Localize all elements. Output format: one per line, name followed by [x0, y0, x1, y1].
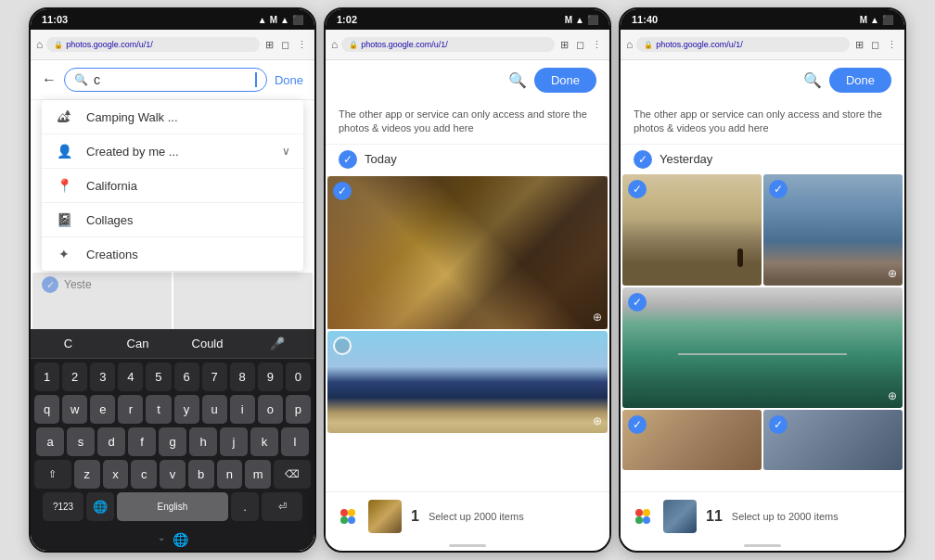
menu-icon[interactable]: ⋮ [295, 37, 309, 53]
key-space[interactable]: English [117, 492, 228, 521]
food-photo-container[interactable]: ✓ ⊕ [327, 176, 608, 329]
suggestion-could[interactable]: Could [173, 333, 241, 354]
kb-row-qwerty: q w e r t y u i o p [34, 395, 311, 424]
menu-icon-2[interactable]: ⋮ [590, 37, 604, 53]
key-e[interactable]: e [90, 395, 115, 424]
selection-label-3: Select up to 2000 items [732, 511, 893, 522]
city-photo-container[interactable]: ⊕ [327, 331, 608, 433]
key-t[interactable]: t [146, 395, 171, 424]
tabs-icon-3[interactable]: ◻ [869, 37, 881, 53]
key-n[interactable]: n [217, 460, 243, 489]
tabs-icon[interactable]: ◻ [279, 37, 291, 53]
key-9[interactable]: 9 [258, 363, 283, 391]
key-h[interactable]: h [189, 427, 217, 456]
beach2-check: ✓ [769, 180, 788, 198]
dropdown-item-california[interactable]: 📍 California [42, 169, 303, 203]
partial-photo-1[interactable]: ✓ [622, 410, 762, 470]
key-d[interactable]: d [97, 427, 125, 456]
translate-icon-2[interactable]: ⊞ [558, 37, 570, 53]
key-f[interactable]: f [128, 427, 156, 456]
search-dropdown: 🏕 Camping Walk ... 👤 Created by me ... ∨… [42, 100, 303, 271]
key-q[interactable]: q [34, 395, 59, 424]
key-4[interactable]: 4 [118, 363, 143, 391]
dropdown-item-creations[interactable]: ✦ Creations [42, 237, 303, 271]
key-x[interactable]: x [103, 460, 129, 489]
address-bar-1[interactable]: 🔒 photos.google.com/u/1/ [46, 37, 260, 52]
key-u[interactable]: u [202, 395, 227, 424]
phones-container: 11:03 ▲ M ▲ ⬛ ⌂ 🔒 photos.google.com/u/1/… [21, 0, 914, 560]
beach-photo-2[interactable]: ✓ ⊕ [763, 174, 903, 286]
key-0[interactable]: 0 [286, 363, 311, 391]
translate-icon-3[interactable]: ⊞ [853, 37, 865, 53]
section-title-3: Yesterday [660, 152, 712, 166]
back-button[interactable]: ← [42, 71, 57, 88]
address-bar-3[interactable]: 🔒 photos.google.com/u/1/ [636, 37, 850, 52]
key-w[interactable]: w [62, 395, 87, 424]
key-shift[interactable]: ⇧ [34, 460, 71, 489]
suggestion-c[interactable]: C [34, 333, 102, 354]
keyboard-hide-icon[interactable]: ⌄ [158, 532, 165, 547]
key-period[interactable]: . [231, 492, 259, 521]
tabs-icon-2[interactable]: ◻ [574, 37, 586, 53]
done-button-2[interactable]: Done [534, 68, 596, 93]
battery-icon-2: ⬛ [587, 15, 598, 25]
key-3[interactable]: 3 [90, 363, 115, 391]
battery-icon: ⬛ [292, 15, 303, 25]
home-icon[interactable]: ⌂ [36, 38, 43, 51]
key-c[interactable]: c [131, 460, 157, 489]
key-v[interactable]: v [160, 460, 186, 489]
key-j[interactable]: j [220, 427, 248, 456]
keyboard: C Can Could 🎤 1 2 3 4 5 6 7 8 9 [31, 329, 314, 551]
key-enter[interactable]: ⏎ [262, 492, 302, 521]
search-icon-2[interactable]: 🔍 [508, 71, 527, 89]
key-o[interactable]: o [258, 395, 283, 424]
menu-icon-3[interactable]: ⋮ [885, 37, 899, 53]
beach-photo-1[interactable]: ✓ [622, 174, 762, 286]
nav-handle-bar-2 [449, 544, 486, 547]
home-icon-3[interactable]: ⌂ [626, 38, 633, 51]
key-z[interactable]: z [74, 460, 100, 489]
search-icon-3[interactable]: 🔍 [803, 71, 822, 89]
key-i[interactable]: i [230, 395, 255, 424]
key-g[interactable]: g [159, 427, 186, 456]
key-s[interactable]: s [67, 427, 95, 456]
home-icon-2[interactable]: ⌂ [331, 38, 338, 51]
svg-point-2 [340, 516, 348, 524]
key-globe[interactable]: 🌐 [86, 492, 114, 521]
suggestion-can[interactable]: Can [104, 333, 172, 354]
key-6[interactable]: 6 [174, 363, 199, 391]
key-p[interactable]: p [286, 395, 311, 424]
collages-label: Collages [86, 213, 290, 227]
dropdown-item-created[interactable]: 👤 Created by me ... ∨ [42, 134, 303, 169]
keyboard-earth-icon[interactable]: 🌐 [173, 532, 188, 547]
key-symbols[interactable]: ?123 [43, 492, 83, 521]
key-2[interactable]: 2 [62, 363, 87, 391]
key-8[interactable]: 8 [230, 363, 255, 391]
key-backspace[interactable]: ⌫ [274, 460, 311, 489]
ocean-zoom: ⊕ [888, 389, 897, 402]
battery-icon-3: ⬛ [882, 15, 893, 25]
done-button-3[interactable]: Done [829, 68, 891, 93]
key-r[interactable]: r [118, 395, 143, 424]
dropdown-item-collages[interactable]: 📓 Collages [42, 203, 303, 237]
key-m[interactable]: m [245, 460, 271, 489]
created-icon: 👤 [55, 144, 73, 159]
key-a[interactable]: a [36, 427, 64, 456]
search-box[interactable]: 🔍 c [64, 68, 267, 92]
mic-icon[interactable]: 🎤 [243, 333, 311, 354]
key-5[interactable]: 5 [146, 363, 171, 391]
key-7[interactable]: 7 [202, 363, 227, 391]
wifi-icon-2: ▲ [575, 15, 584, 25]
key-y[interactable]: y [174, 395, 199, 424]
partial-photo-2[interactable]: ✓ [763, 410, 903, 470]
key-l[interactable]: l [281, 427, 309, 456]
address-bar-2[interactable]: 🔒 photos.google.com/u/1/ [341, 37, 555, 52]
key-1[interactable]: 1 [34, 363, 59, 391]
translate-icon[interactable]: ⊞ [263, 37, 275, 53]
key-b[interactable]: b [188, 460, 214, 489]
ocean-photo[interactable]: ✓ ⊕ [622, 287, 903, 408]
dropdown-item-camping[interactable]: 🏕 Camping Walk ... [42, 100, 303, 134]
mail-icon: M [270, 15, 277, 25]
done-button-1[interactable]: Done [275, 73, 303, 87]
key-k[interactable]: k [250, 427, 278, 456]
